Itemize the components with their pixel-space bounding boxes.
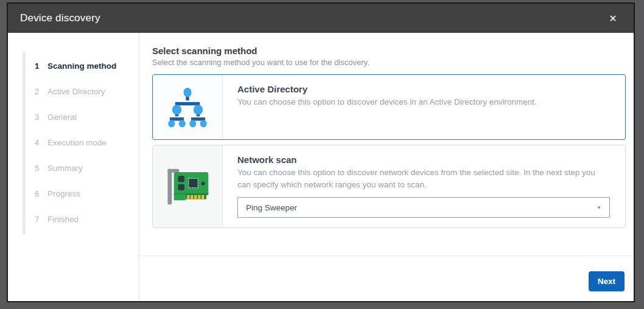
step-label: Scanning method <box>47 61 116 71</box>
scanner-type-value: Ping Sweeper <box>246 203 297 212</box>
step-label: Summary <box>47 164 83 173</box>
step-number: 4 <box>35 138 43 147</box>
dialog-footer: Next <box>139 255 634 301</box>
step-list: 1 Scanning method 2 Active Directory 3 G… <box>8 53 139 232</box>
wizard-steps-sidebar: 1 Scanning method 2 Active Directory 3 G… <box>8 33 139 301</box>
step-number: 3 <box>35 113 43 122</box>
step-number: 2 <box>35 87 43 96</box>
step-item-execution-mode[interactable]: 4 Execution mode <box>8 130 139 155</box>
network-card-icon <box>161 165 214 209</box>
close-button[interactable]: ✕ <box>604 10 621 27</box>
option-card-text: Active Directory You can choose this opt… <box>223 75 625 139</box>
close-icon: ✕ <box>609 13 617 24</box>
step-item-active-directory[interactable]: 2 Active Directory <box>8 78 139 104</box>
next-button[interactable]: Next <box>589 271 625 291</box>
step-item-summary[interactable]: 5 Summary <box>8 155 139 181</box>
option-title: Active Directory <box>237 84 611 94</box>
step-label: Finished <box>47 215 79 224</box>
step-item-general[interactable]: 3 General <box>8 104 139 130</box>
step-item-finished[interactable]: 7 Finished <box>8 206 139 232</box>
step-label: Progress <box>47 189 80 198</box>
option-card-active-directory[interactable]: Active Directory You can choose this opt… <box>152 74 626 140</box>
option-description: You can choose this option to discover n… <box>237 167 606 190</box>
main-content: Select scanning method Select the scanni… <box>139 33 634 301</box>
step-number: 6 <box>35 189 43 198</box>
step-item-scanning-method[interactable]: 1 Scanning method <box>8 53 139 78</box>
scanner-type-dropdown[interactable]: Ping Sweeper ▼ <box>237 197 610 218</box>
step-number: 7 <box>35 215 43 224</box>
active-directory-tree-icon <box>166 87 209 127</box>
active-directory-icon-cell <box>153 75 223 139</box>
step-item-progress[interactable]: 6 Progress <box>8 181 139 206</box>
option-card-network-scan[interactable]: Network scan You can choose this option … <box>152 145 626 228</box>
step-number: 1 <box>35 61 43 71</box>
dialog-header: Device discovery ✕ <box>8 4 634 33</box>
step-label: Execution mode <box>47 138 107 147</box>
step-label: Active Directory <box>47 87 105 96</box>
screen-background: Device discovery ✕ 1 Scanning method 2 A… <box>0 0 644 309</box>
network-scan-icon-cell <box>153 145 223 227</box>
device-discovery-dialog: Device discovery ✕ 1 Scanning method 2 A… <box>7 2 635 302</box>
option-title: Network scan <box>237 154 611 165</box>
option-description: You can choose this option to discover d… <box>237 96 606 108</box>
step-number: 5 <box>35 164 43 173</box>
dialog-body: 1 Scanning method 2 Active Directory 3 G… <box>8 33 634 301</box>
step-label: General <box>47 113 77 122</box>
section-subtitle: Select the scanning method you want to u… <box>152 58 369 67</box>
option-card-text: Network scan You can choose this option … <box>223 145 625 227</box>
dialog-title: Device discovery <box>20 12 100 24</box>
chevron-down-icon: ▼ <box>597 205 601 210</box>
section-title: Select scanning method <box>152 46 257 56</box>
